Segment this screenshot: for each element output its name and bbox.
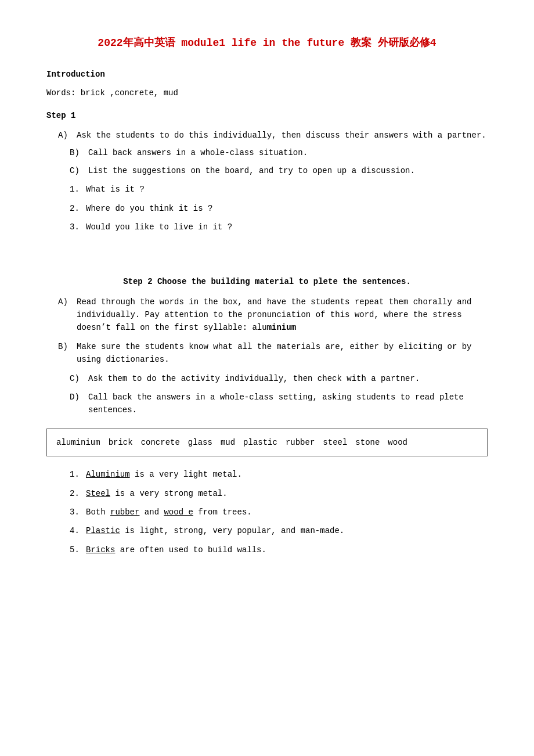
step1-num2: 2. Where do you think it is ?: [70, 202, 488, 215]
num2-text: Where do you think it is ?: [86, 202, 212, 215]
mat-steel: steel: [323, 436, 347, 449]
words-line: Words: brick ,concrete, mud: [46, 87, 488, 99]
s2-text: Steel is a very strong metal.: [86, 487, 228, 500]
step2-item-c: C) Ask them to do the activity individua…: [46, 372, 488, 385]
num1-text: What is it ?: [86, 183, 145, 196]
step2-b-label: B): [58, 340, 72, 366]
s4-text: Plastic is light, strong, very popular, …: [86, 524, 344, 537]
s3-num: 3.: [70, 506, 81, 519]
mat-wood: wood: [388, 436, 407, 449]
aluminium-bold: minium: [267, 323, 296, 332]
s5-num: 5.: [70, 543, 81, 556]
step1-heading: Step 1: [46, 109, 488, 122]
step1-item-b: B) Call back answers in a whole-class si…: [46, 146, 488, 159]
step2-c-label: C): [70, 372, 84, 385]
mat-mud: mud: [221, 436, 235, 449]
step2-item-a: A) Read through the words in the box, an…: [46, 296, 488, 334]
material-box: aluminium brick concrete glass mud plast…: [46, 429, 488, 456]
step2-a-text: Read through the words in the box, and h…: [77, 296, 488, 334]
introduction-heading: Introduction: [46, 68, 488, 81]
num1-label: 1.: [70, 183, 81, 196]
s3-underline1: rubber: [110, 507, 139, 517]
step2-c-text: Ask them to do the activity individually…: [88, 372, 420, 385]
sentence-1: 1. Aluminium is a very light metal.: [70, 468, 488, 481]
step1-a-text: Ask the students to do this individually…: [77, 129, 486, 142]
step1-c-text: List the suggestions on the board, and t…: [88, 164, 415, 177]
step2-heading: Step 2 Choose the building material to p…: [46, 275, 488, 288]
step1-item-a: A) Ask the students to do this individua…: [46, 129, 488, 142]
page-title: 2022年高中英语 module1 life in the future 教案 …: [46, 35, 488, 52]
s3-text: Both rubber and wood e from trees.: [86, 506, 252, 519]
num3-text: Would you like to live in it ?: [86, 221, 232, 233]
step1-c-label: C): [70, 164, 84, 177]
step2-d-text: Call back the answers in a whole-class s…: [88, 391, 488, 417]
s5-text: Bricks are often used to build walls.: [86, 543, 266, 556]
s2-num: 2.: [70, 487, 81, 500]
num3-label: 3.: [70, 221, 81, 233]
s1-underline: Aluminium: [86, 470, 130, 479]
step2-d-label: D): [70, 391, 84, 417]
step2-b-text: Make sure the students know what all the…: [77, 340, 488, 366]
s1-text: Aluminium is a very light metal.: [86, 468, 242, 481]
mat-rubber: rubber: [286, 436, 315, 449]
mat-aluminium: aluminium: [56, 436, 100, 449]
step1-b-label: B): [70, 146, 84, 159]
introduction-section: Introduction Words: brick ,concrete, mud: [46, 68, 488, 100]
mat-plastic: plastic: [243, 436, 277, 449]
mat-brick: brick: [109, 436, 133, 449]
sentence-4: 4. Plastic is light, strong, very popula…: [70, 524, 488, 537]
step1-numbered-list: 1. What is it ? 2. Where do you think it…: [46, 183, 488, 233]
step1-section: Step 1 A) Ask the students to do this in…: [46, 109, 488, 234]
step1-item-c: C) List the suggestions on the board, an…: [46, 164, 488, 177]
step2-a-label: A): [58, 296, 72, 334]
step1-b-text: Call back answers in a whole-class situa…: [88, 146, 308, 159]
mat-glass: glass: [188, 436, 212, 449]
sentence-2: 2. Steel is a very strong metal.: [70, 487, 488, 500]
step1-num3: 3. Would you like to live in it ?: [70, 221, 488, 233]
sentence-3: 3. Both rubber and wood e from trees.: [70, 506, 488, 519]
s4-underline: Plastic: [86, 526, 120, 535]
mat-stone: stone: [355, 436, 380, 449]
s2-underline: Steel: [86, 489, 110, 498]
step2-section: Step 2 Choose the building material to p…: [46, 275, 488, 417]
step1-num1: 1. What is it ?: [70, 183, 488, 196]
num2-label: 2.: [70, 202, 81, 215]
s3-underline2: wood e: [164, 507, 193, 517]
step2-item-d: D) Call back the answers in a whole-clas…: [46, 391, 488, 417]
words-label: Words:: [46, 88, 75, 98]
sentence-5: 5. Bricks are often used to build walls.: [70, 543, 488, 556]
step1-a-label: A): [58, 129, 72, 142]
s4-num: 4.: [70, 524, 81, 537]
s5-underline: Bricks: [86, 545, 115, 555]
words-value: brick ,concrete, mud: [81, 88, 178, 98]
s1-num: 1.: [70, 468, 81, 481]
mat-concrete: concrete: [141, 436, 180, 449]
sentence-fill-list: 1. Aluminium is a very light metal. 2. S…: [46, 468, 488, 556]
step2-item-b: B) Make sure the students know what all …: [46, 340, 488, 366]
